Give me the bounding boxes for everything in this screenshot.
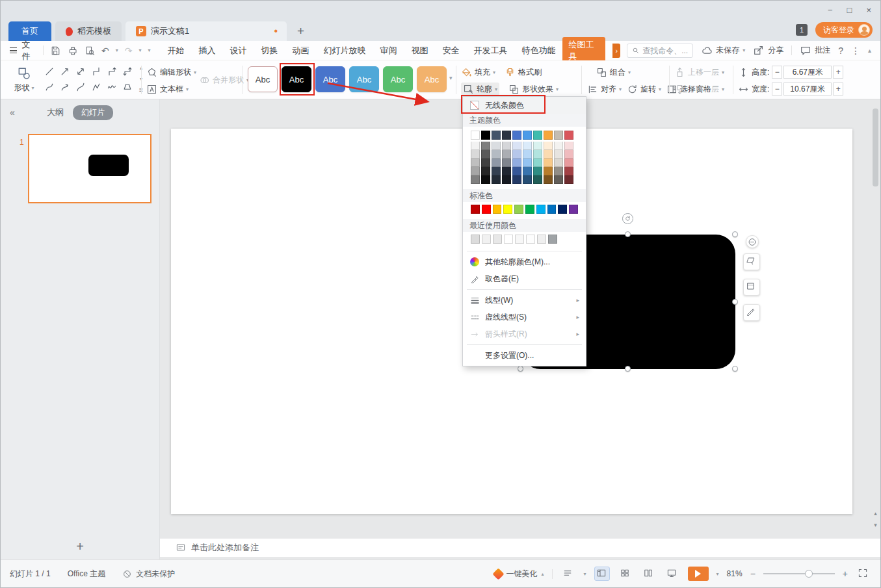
shape-gallery-item[interactable] bbox=[73, 64, 88, 79]
shape-style-preset-6[interactable]: Abc bbox=[417, 66, 447, 92]
redo-button[interactable]: ↷ bbox=[125, 46, 133, 55]
theme-color-tint-swatch[interactable] bbox=[502, 167, 511, 175]
zoom-slider-knob[interactable] bbox=[805, 570, 813, 578]
recent-color-swatch[interactable] bbox=[537, 235, 546, 244]
theme-color-tint-swatch[interactable] bbox=[544, 159, 553, 167]
theme-color-tint-swatch[interactable] bbox=[523, 150, 532, 159]
width-value[interactable]: 10.67厘米 bbox=[783, 83, 832, 96]
theme-color-swatch[interactable] bbox=[523, 131, 532, 140]
align-button[interactable]: 对齐 ▾ bbox=[587, 83, 622, 96]
redo-dropdown-icon[interactable]: ▾ bbox=[139, 47, 142, 53]
shape-gallery-item[interactable] bbox=[58, 64, 72, 79]
menu-tab[interactable]: 审阅 bbox=[380, 45, 397, 57]
theme-color-swatch[interactable] bbox=[481, 131, 490, 140]
undo-dropdown-icon[interactable]: ▾ bbox=[116, 47, 118, 53]
menu-item-eyedropper[interactable]: 取色器(E) bbox=[463, 270, 586, 287]
bring-forward-button[interactable]: 上移一层 ▾ bbox=[674, 66, 724, 79]
theme-color-tint-swatch[interactable] bbox=[481, 159, 490, 167]
theme-color-tint-swatch[interactable] bbox=[512, 159, 521, 167]
outline-button[interactable]: 轮廓 ▾ bbox=[461, 83, 499, 96]
format-painter-button[interactable]: 格式刷 bbox=[505, 66, 542, 79]
maximize-button[interactable]: □ bbox=[847, 6, 852, 14]
theme-color-tint-swatch[interactable] bbox=[492, 150, 501, 159]
menu-tab[interactable]: 开始 bbox=[168, 45, 185, 57]
zoom-out-button[interactable]: − bbox=[750, 569, 756, 578]
shape-style-preset-3[interactable]: Abc bbox=[315, 66, 345, 92]
theme-color-tint-swatch[interactable] bbox=[554, 175, 563, 184]
share-button[interactable]: 分享 bbox=[753, 45, 783, 57]
shape-gallery-item[interactable] bbox=[120, 80, 135, 94]
recent-color-swatch[interactable] bbox=[471, 235, 480, 244]
theme-color-tint-swatch[interactable] bbox=[502, 159, 511, 167]
quick-style-button[interactable] bbox=[743, 253, 760, 270]
theme-color-swatch[interactable] bbox=[502, 131, 511, 140]
play-dropdown-icon[interactable]: ▾ bbox=[717, 571, 719, 577]
zoom-level[interactable]: 81% bbox=[727, 569, 743, 578]
quick-toolbar-collapse-button[interactable] bbox=[746, 235, 759, 248]
rotate-handle[interactable] bbox=[622, 213, 633, 224]
notes-toggle-button[interactable] bbox=[560, 567, 576, 581]
close-button[interactable]: × bbox=[866, 6, 871, 14]
recent-color-swatch[interactable] bbox=[482, 235, 491, 244]
more-menu-button[interactable]: ⋮ bbox=[851, 46, 860, 55]
shape-style-preset-5[interactable]: Abc bbox=[383, 66, 413, 92]
view-sorter-button[interactable] bbox=[618, 567, 633, 581]
standard-color-swatch[interactable] bbox=[514, 205, 523, 214]
theme-color-tint-swatch[interactable] bbox=[481, 142, 490, 150]
theme-color-tint-swatch[interactable] bbox=[523, 167, 532, 175]
menu-tab[interactable]: 视图 bbox=[412, 45, 428, 57]
slideshow-play-button[interactable] bbox=[688, 567, 709, 581]
shape-gallery-item[interactable] bbox=[73, 80, 88, 94]
zoom-in-button[interactable]: + bbox=[843, 569, 848, 578]
menu-tab[interactable]: 安全 bbox=[443, 45, 460, 57]
shape-gallery-item[interactable] bbox=[58, 80, 72, 94]
recent-color-swatch[interactable] bbox=[504, 235, 513, 244]
command-search[interactable] bbox=[627, 44, 693, 58]
theme-color-tint-swatch[interactable] bbox=[471, 142, 480, 150]
shape-gallery-item[interactable] bbox=[42, 80, 57, 94]
menu-tab[interactable]: 特色功能 bbox=[522, 45, 556, 57]
theme-color-swatch[interactable] bbox=[544, 131, 553, 140]
menu-item-more-settings[interactable]: 更多设置(O)... bbox=[463, 347, 586, 364]
handle-top-middle[interactable] bbox=[625, 231, 631, 237]
merge-shapes-button[interactable]: 合并形状 ▾ bbox=[199, 73, 249, 86]
theme-color-tint-swatch[interactable] bbox=[564, 150, 573, 159]
handle-bottom-left[interactable] bbox=[518, 366, 523, 372]
menu-tab[interactable]: 插入 bbox=[199, 45, 216, 57]
menu-tab[interactable]: 切换 bbox=[261, 45, 278, 57]
theme-color-tint-swatch[interactable] bbox=[481, 175, 490, 184]
standard-color-swatch[interactable] bbox=[503, 205, 512, 214]
quick-access-more-icon[interactable]: ▾ bbox=[148, 47, 151, 53]
theme-color-tint-swatch[interactable] bbox=[554, 150, 563, 159]
quick-pen-button[interactable] bbox=[743, 304, 760, 321]
height-increase-button[interactable]: + bbox=[833, 66, 843, 79]
recent-color-swatch[interactable] bbox=[515, 235, 524, 244]
handle-bottom-right[interactable] bbox=[732, 366, 738, 372]
tab-slides[interactable]: 幻灯片 bbox=[73, 105, 113, 120]
next-slide-button[interactable]: ▾ bbox=[872, 522, 879, 528]
shape-gallery-item[interactable] bbox=[89, 64, 103, 79]
recent-color-swatch[interactable] bbox=[526, 235, 535, 244]
standard-color-swatch[interactable] bbox=[493, 205, 502, 214]
shape-style-preset-1[interactable]: Abc bbox=[248, 66, 278, 92]
menu-tab[interactable]: 幻灯片放映 bbox=[324, 45, 366, 57]
theme-color-swatch[interactable] bbox=[533, 131, 542, 140]
theme-color-tint-swatch[interactable] bbox=[523, 142, 532, 150]
theme-color-swatch[interactable] bbox=[564, 131, 573, 140]
menu-item-no-line-color[interactable]: 无线条颜色 bbox=[463, 97, 586, 114]
view-presenter-button[interactable] bbox=[664, 567, 680, 581]
theme-color-tint-swatch[interactable] bbox=[471, 159, 480, 167]
width-increase-button[interactable]: + bbox=[833, 83, 843, 96]
theme-color-tint-swatch[interactable] bbox=[544, 150, 553, 159]
theme-color-tint-swatch[interactable] bbox=[502, 142, 511, 150]
send-backward-button[interactable]: 下移一层 ▾ bbox=[674, 83, 724, 96]
recent-color-swatch[interactable] bbox=[548, 235, 557, 244]
standard-color-swatch[interactable] bbox=[569, 205, 578, 214]
zoom-slider[interactable] bbox=[763, 569, 835, 578]
standard-color-swatch[interactable] bbox=[558, 205, 567, 214]
menu-item-more-outline-colors[interactable]: 其他轮廓颜色(M)... bbox=[463, 253, 586, 270]
theme-color-swatch[interactable] bbox=[492, 131, 501, 140]
theme-button[interactable]: Office 主题 bbox=[68, 569, 105, 580]
undo-button[interactable]: ↶ bbox=[101, 46, 109, 55]
theme-color-tint-swatch[interactable] bbox=[533, 142, 542, 150]
